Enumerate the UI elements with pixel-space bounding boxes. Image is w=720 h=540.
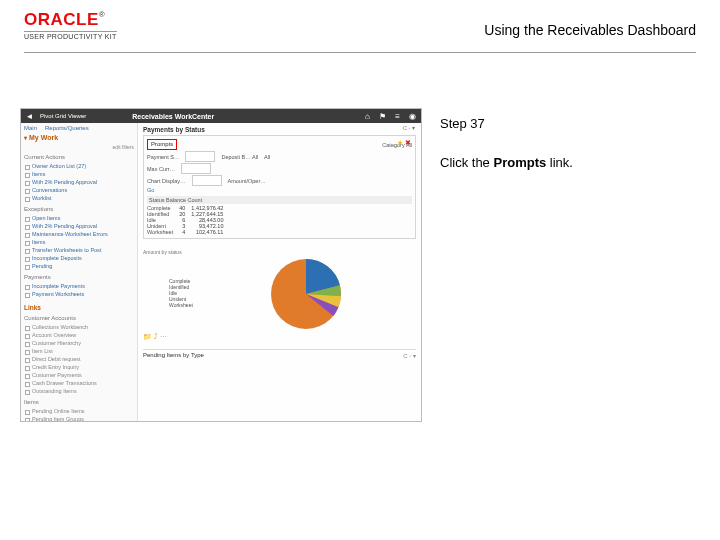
sidebar-item[interactable]: Pending xyxy=(24,262,134,270)
step-label: Step 37 xyxy=(440,112,696,137)
sidebar-group-exceptions: Exceptions xyxy=(24,206,134,212)
sidebar-item[interactable]: Owner Action List (27) xyxy=(24,162,134,170)
edit-filters-link[interactable]: edit filters xyxy=(24,144,134,150)
sidebar-item[interactable]: With 2% Pending Approval xyxy=(24,178,134,186)
chart-area: Amount by status Complete Identified Idl… xyxy=(143,249,416,329)
pending-title: Pending Items by Type xyxy=(143,352,204,359)
brand-logo: ORACLE® USER PRODUCTIVITY KIT xyxy=(24,10,117,40)
filter-label: Amount/Oper… xyxy=(228,178,266,184)
instruction-panel: Step 37 Click the Prompts link. xyxy=(440,112,696,175)
sidebar-item[interactable]: Maintenance Worksheet Errors xyxy=(24,230,134,238)
tab-reports[interactable]: Reports/Queries xyxy=(45,125,89,131)
filter-label: Chart Display… xyxy=(147,178,186,184)
topbar-label: Pivot Grid Viewer xyxy=(40,113,86,119)
links-header[interactable]: Links xyxy=(24,304,134,311)
panel-controls-2[interactable]: C ◦ ▾ xyxy=(403,352,416,359)
sidebar-link[interactable]: Cash Drawer Transactions xyxy=(24,379,134,387)
back-icon[interactable]: ◄ xyxy=(25,112,34,121)
sidebar-item[interactable]: Payment Worksheets xyxy=(24,290,134,298)
sidebar-item[interactable]: Worklist xyxy=(24,194,134,202)
sidebar-link[interactable]: Customer Payments xyxy=(24,371,134,379)
filter-input[interactable] xyxy=(185,151,215,162)
pivot-group-header: Status Balance Count xyxy=(147,196,412,204)
table-row: Worksheet4102,476.11 xyxy=(147,229,229,235)
pie-chart xyxy=(271,259,341,329)
home-icon[interactable]: ⌂ xyxy=(363,112,372,121)
links-group-items: Items xyxy=(24,399,134,405)
prompts-link[interactable]: Prompts xyxy=(147,139,177,150)
chart-title: Amount by status xyxy=(143,249,416,255)
my-work-header[interactable]: My Work xyxy=(24,134,134,141)
logo-subtitle: USER PRODUCTIVITY KIT xyxy=(24,31,117,40)
sidebar-item[interactable]: Incomplete Payments xyxy=(24,282,134,290)
filter-label: Deposit B… All xyxy=(221,154,258,160)
panel-controls[interactable]: C ◦ ▾ xyxy=(403,125,415,131)
oracle-wordmark: ORACLE xyxy=(24,10,99,29)
filter-label: Max Curr… xyxy=(147,166,175,172)
pending-section-header: Pending Items by Type C ◦ ▾ xyxy=(143,349,416,359)
panel-badges: ★✖ xyxy=(397,139,411,147)
links-group-accounts: Customer Accounts xyxy=(24,315,134,321)
sidebar-link[interactable]: Customer Hierarchy xyxy=(24,339,134,347)
sidebar-link[interactable]: Credit Entry Inquiry xyxy=(24,363,134,371)
export-icons[interactable]: 📁 ⤴ ⋯ xyxy=(143,333,416,341)
sidebar-item[interactable]: Open Items xyxy=(24,214,134,222)
sidebar-link[interactable]: Pending Online Items xyxy=(24,407,134,415)
sidebar-link[interactable]: Item List xyxy=(24,347,134,355)
filter-label: Payment S… xyxy=(147,154,179,160)
workcenter-title: Receivables WorkCenter xyxy=(132,113,214,120)
sidebar-link[interactable]: Outstanding Items xyxy=(24,387,134,395)
user-icon[interactable]: ◉ xyxy=(408,112,417,121)
sidebar-item[interactable]: Transfer Worksheets to Post xyxy=(24,246,134,254)
go-button[interactable]: Go xyxy=(147,187,154,193)
sidebar-group-payments: Payments xyxy=(24,274,134,280)
step-body: Click the Prompts link. xyxy=(440,151,696,176)
sidebar-link[interactable]: Pending Item Groups xyxy=(24,415,134,421)
trademark-symbol: ® xyxy=(99,10,105,19)
sidebar-item[interactable]: With 2% Pending Approval xyxy=(24,222,134,230)
sidebar-item[interactable]: Conversations xyxy=(24,186,134,194)
header-divider xyxy=(24,52,696,53)
sidebar-link[interactable]: Account Overview xyxy=(24,331,134,339)
flag-icon[interactable]: ⚑ xyxy=(378,112,387,121)
sidebar-item[interactable]: Incomplete Deposits xyxy=(24,254,134,262)
page-title: Using the Receivables Dashboard xyxy=(484,22,696,38)
sidebar: Main Reports/Queries My Work edit filter… xyxy=(21,123,138,421)
embedded-screenshot: ◄ Pivot Grid Viewer Receivables WorkCent… xyxy=(20,108,422,422)
filter-input[interactable] xyxy=(192,175,222,186)
sidebar-item[interactable]: Items xyxy=(24,170,134,178)
menu-icon[interactable]: ≡ xyxy=(393,112,402,121)
app-topbar: ◄ Pivot Grid Viewer Receivables WorkCent… xyxy=(21,109,421,123)
pivot-title: Payments by Status xyxy=(143,126,416,133)
tab-main[interactable]: Main xyxy=(24,125,37,131)
close-icon[interactable]: ✖ xyxy=(405,139,411,146)
sidebar-link[interactable]: Collections Workbench xyxy=(24,323,134,331)
filter-input[interactable] xyxy=(181,163,211,174)
pivot-table: Complete401,412,976.42 Identified201,227… xyxy=(147,205,229,235)
sidebar-item[interactable]: Items xyxy=(24,238,134,246)
sidebar-group-current: Current Actions xyxy=(24,154,134,160)
main-panel: C ◦ ▾ Payments by Status ★✖ Prompts Cate… xyxy=(138,123,421,421)
chart-legend: Complete Identified Idle Unident Workshe… xyxy=(169,278,193,308)
sidebar-link[interactable]: Direct Debit request xyxy=(24,355,134,363)
pivot-panel: ★✖ Prompts Category All Payment S…Deposi… xyxy=(143,135,416,239)
star-icon[interactable]: ★ xyxy=(397,139,403,146)
